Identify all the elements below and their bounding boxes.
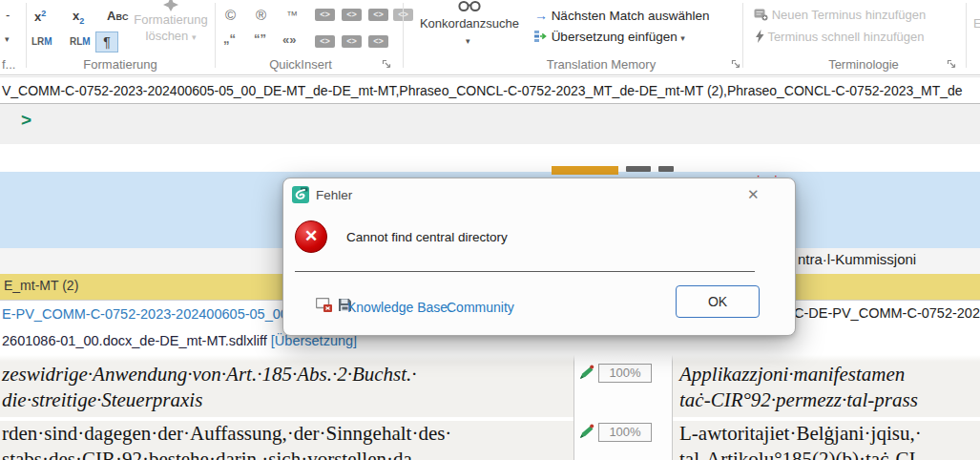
add-new-term-button[interactable]: Neuen Terminus hinzufügen <box>754 8 926 22</box>
insert-translation-icon <box>534 30 548 43</box>
insert-tag-button[interactable]: <> <box>368 9 388 21</box>
apply-translation-button[interactable]: Übersetzung einfügen ▾ <box>534 30 685 44</box>
group-divider <box>215 3 216 68</box>
close-icon[interactable]: ✕ <box>747 186 760 203</box>
lrm-button[interactable]: LRM <box>31 36 52 47</box>
open-documents-tab[interactable]: V_COMM-C-0752-2023-202400605-05_00_DE-MT… <box>2 83 963 98</box>
active-file-tab-label: E_mt-MT (2) <box>4 278 78 293</box>
source-segment[interactable]: rden·sind·dagegen·der·Auffassung,·der·Si… <box>2 421 451 460</box>
quote-low-button[interactable]: „“ <box>223 31 236 46</box>
ribbon: - ▾ f... x2 x2 ABC LRM RLM ¶ Formatierun… <box>0 0 980 75</box>
arrow-right-icon: → <box>534 8 548 23</box>
smallcaps-button[interactable]: ABC <box>107 9 128 23</box>
show-whitespace-toggle[interactable]: ¶ <box>95 31 118 52</box>
subscript-button[interactable]: x2 <box>73 9 84 26</box>
group-divider <box>742 3 743 68</box>
binoculars-icon <box>458 0 481 12</box>
error-dialog: Fehler ✕ ✕ Cannot find central directory… <box>282 178 796 336</box>
chevron-down-icon: ▾ <box>680 33 685 43</box>
insert-tag-button[interactable]: <> <box>342 9 362 21</box>
group-label-translation-memory: Translation Memory <box>439 57 763 72</box>
terminology-dialog-launcher[interactable] <box>947 59 957 70</box>
select-next-match-button[interactable]: → Nächsten Match auswählen <box>534 8 709 23</box>
registered-button[interactable]: ® <box>256 7 266 23</box>
clipped-left-dropdown[interactable]: ▾ <box>5 34 10 44</box>
match-percentage-badge: 100% <box>598 364 652 383</box>
result-row-text: ntra·l-Kummissjoni <box>798 251 916 267</box>
target-segment[interactable]: Applikazzjoni·manifestamen taċ-CIR°92·pe… <box>679 362 918 413</box>
chevron-down-icon: ▾ <box>192 32 197 42</box>
superscript-button[interactable]: x2 <box>34 9 46 24</box>
quickinsert-dialog-launcher[interactable] <box>382 59 392 70</box>
navigation-bar <box>0 104 980 144</box>
knowledge-base-link[interactable]: Knowledge Base <box>347 300 448 315</box>
trados-app-icon <box>292 186 309 203</box>
edited-pencil-icon <box>577 365 594 380</box>
quote-double-button[interactable]: “” <box>254 31 266 46</box>
document-link[interactable]: E-PV_COMM-C-0752-2023-202400605-05_00 <box>2 306 288 322</box>
insert-tag-button[interactable]: <> <box>368 35 388 48</box>
quote-angle-button[interactable]: «» <box>282 32 296 47</box>
clear-formatting-button[interactable]: Formatierung löschen ▾ <box>127 0 215 53</box>
quick-add-term-button[interactable]: Terminus schnell hinzufügen <box>755 30 924 44</box>
error-icon: ✕ <box>295 220 327 253</box>
error-message: Cannot find central directory <box>346 230 508 244</box>
dialog-title: Fehler <box>316 188 352 202</box>
group-label-terminology: Terminologie <box>754 57 973 72</box>
group-label-clipped: f... <box>0 57 27 72</box>
clipped-text-fragment <box>626 166 651 172</box>
concordance-search-button[interactable]: Konkordanzsuche ▾ <box>408 0 531 53</box>
group-divider <box>403 3 404 68</box>
insert-tag-button[interactable]: <> <box>315 35 335 48</box>
chevron-down-icon: ▾ <box>466 36 470 46</box>
report-error-icon[interactable] <box>316 298 334 313</box>
chevron-right-icon[interactable]: > <box>21 110 31 131</box>
clear-formatting-icon <box>163 0 178 11</box>
source-segment[interactable]: zeswidrige·Anwendung·von·Art.·185·Abs.·2… <box>2 362 417 413</box>
document-name-right: C-DE-PV_COMM-C-0752-2023- <box>794 305 980 321</box>
editor-top-fade <box>0 355 980 362</box>
trados-studio-window: - ▾ f... x2 x2 ABC LRM RLM ¶ Formatierun… <box>0 0 980 460</box>
add-term-icon <box>754 9 768 21</box>
dialog-separator <box>295 271 755 272</box>
insert-tag-button[interactable]: <> <box>342 35 362 48</box>
highlighted-cell <box>552 166 618 175</box>
clipped-left-button[interactable]: - <box>6 8 10 22</box>
group-label-formatting: Formatierung <box>26 57 215 72</box>
rlm-button[interactable]: RLM <box>70 36 91 47</box>
clipped-right-button[interactable]: E <box>973 16 980 31</box>
copyright-button[interactable]: © <box>225 7 236 23</box>
ok-button[interactable]: OK <box>676 285 760 318</box>
community-link[interactable]: Community <box>447 300 514 315</box>
lightning-icon <box>755 30 764 43</box>
edited-pencil-icon <box>577 424 594 439</box>
translation-memory-dialog-launcher[interactable] <box>731 59 741 70</box>
target-segment[interactable]: L-awtoritajiet·Belġjani·jqisu,· tal-Arti… <box>679 421 922 460</box>
trademark-button[interactable]: ™ <box>286 9 298 22</box>
group-label-quickinsert: QuickInsert <box>219 57 382 72</box>
group-divider <box>966 3 967 68</box>
match-percentage-badge: 100% <box>598 423 652 442</box>
insert-tag-button[interactable]: <> <box>315 9 335 21</box>
clipped-text-fragment <box>658 166 674 172</box>
